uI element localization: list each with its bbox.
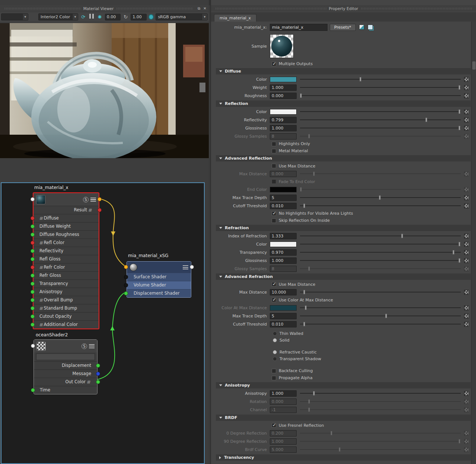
input-port-icon[interactable] xyxy=(124,283,128,287)
refraction-glossiness-map-button[interactable] xyxy=(464,258,469,263)
node-attr-row[interactable]: Refl Gloss xyxy=(33,255,99,263)
thin-walled-radio[interactable] xyxy=(273,332,277,336)
node-attr-row[interactable]: Displacement Shader xyxy=(127,289,191,297)
node-attr-row[interactable]: ⊞Refl Color xyxy=(33,239,99,247)
metal-material-checkbox[interactable] xyxy=(272,149,276,153)
expand-icon[interactable]: ⊞ xyxy=(39,304,42,312)
close-panel-icon[interactable]: ✕ xyxy=(202,6,207,11)
refr-max-trace-depth-map-button[interactable] xyxy=(464,314,469,319)
exposure-field[interactable]: 0.00 xyxy=(105,14,121,20)
anisotropy-slider[interactable] xyxy=(300,391,461,396)
refl-cutoff-threshold-slider[interactable] xyxy=(300,203,461,208)
expand-icon[interactable]: ⊞ xyxy=(39,239,42,247)
input-port-icon[interactable] xyxy=(31,388,35,392)
node-attr-row[interactable]: ⊞Diffuse xyxy=(33,214,99,222)
refl-use-max-distance-checkbox[interactable] xyxy=(272,164,276,168)
no-highlights-checkbox[interactable] xyxy=(272,211,276,216)
slider-handle[interactable] xyxy=(459,109,460,114)
node-attr-row[interactable]: ⊞Additional Color xyxy=(33,320,99,329)
refraction-color-slider[interactable] xyxy=(300,241,461,247)
input-port-icon[interactable] xyxy=(31,241,35,245)
node-header[interactable]: S xyxy=(33,193,99,206)
roughness-slider[interactable] xyxy=(300,93,461,98)
pause-icon[interactable] xyxy=(88,14,95,20)
refl-max-trace-depth-map-button[interactable] xyxy=(464,195,469,200)
node-attr-row[interactable]: ⊞Overall Bump xyxy=(33,296,99,304)
show-in-viewer-icon[interactable] xyxy=(359,25,364,30)
refractive-caustic-radio[interactable] xyxy=(273,350,277,354)
input-port-icon[interactable] xyxy=(31,298,35,302)
tab-mia-material-x[interactable]: mia_material_x xyxy=(214,14,256,22)
backface-culling-checkbox[interactable] xyxy=(272,369,276,373)
slider-handle[interactable] xyxy=(459,258,460,263)
diffuse-color-swatch[interactable] xyxy=(270,77,297,82)
colorspace-select[interactable]: sRGB gamma ▾ xyxy=(156,13,208,20)
refr-use-max-distance-checkbox[interactable] xyxy=(272,282,276,287)
reflection-color-swatch[interactable] xyxy=(270,109,297,115)
input-port-icon[interactable] xyxy=(31,249,35,253)
input-port-icon[interactable] xyxy=(31,323,35,327)
copy-tab-icon[interactable] xyxy=(368,25,373,30)
node-title-mia-material-x[interactable]: mia_material_x xyxy=(34,185,68,190)
slider-handle[interactable] xyxy=(425,118,427,122)
refr-max-distance-map-button[interactable] xyxy=(464,290,469,295)
render-refresh-icon[interactable]: ✺ xyxy=(96,14,103,20)
input-port-icon[interactable] xyxy=(31,273,35,278)
refraction-glossiness-slider[interactable] xyxy=(300,258,461,263)
refr-max-distance-slider[interactable] xyxy=(300,289,461,295)
weight-map-button[interactable] xyxy=(464,85,469,90)
ior-field[interactable]: 1.333 xyxy=(270,233,297,239)
node-name-field[interactable] xyxy=(36,353,95,360)
gamma-field[interactable]: 1.00 xyxy=(131,14,147,20)
refr-max-trace-depth-field[interactable]: 5 xyxy=(270,313,297,319)
section-header-anisotropy[interactable]: Anisotropy xyxy=(216,382,471,388)
refr-cutoff-threshold-field[interactable]: 0.010 xyxy=(270,321,297,327)
input-port-icon[interactable] xyxy=(31,216,35,220)
node-attr-row[interactable]: Displacement xyxy=(34,361,97,369)
use-fresnel-checkbox[interactable] xyxy=(272,423,276,428)
material-viewer-header[interactable]: Material Viewer ⧉ ✕ xyxy=(0,5,209,12)
input-port-icon[interactable] xyxy=(31,197,35,201)
node-editor-canvas[interactable]: mia_material_x S Result ⊞ ⊞Diffuse Diffu… xyxy=(1,182,205,464)
ior-map-button[interactable] xyxy=(464,234,469,239)
refraction-color-swatch[interactable] xyxy=(270,241,297,247)
weight-slider[interactable] xyxy=(300,85,461,90)
swatch-size-bars-icon[interactable] xyxy=(89,344,95,348)
diffuse-color-map-button[interactable] xyxy=(464,77,469,82)
node-attr-row[interactable]: ⊞Standard Bump xyxy=(33,304,99,312)
shape-select[interactable]: ▾ xyxy=(1,13,28,20)
property-editor-header[interactable]: Property Editor xyxy=(211,5,476,12)
reflectivity-slider[interactable] xyxy=(300,117,461,122)
node-attr-row[interactable]: Diffuse Roughness xyxy=(33,230,99,239)
highlights-only-checkbox[interactable] xyxy=(272,142,276,146)
refl-max-trace-depth-field[interactable]: 5 xyxy=(270,195,297,201)
output-port-icon[interactable] xyxy=(190,265,194,269)
swatch-size-bars-icon[interactable] xyxy=(183,265,188,269)
node-attr-row[interactable]: Transparency xyxy=(33,279,99,288)
node-header[interactable]: S xyxy=(34,340,97,352)
input-port-icon[interactable] xyxy=(31,282,35,286)
node-ocean-shader2[interactable]: S Displacement Message Out Color ⊞ Time xyxy=(33,339,98,394)
input-port-icon[interactable] xyxy=(31,257,35,261)
refr-cutoff-threshold-slider[interactable] xyxy=(300,321,461,327)
node-attr-row[interactable]: ⊞Refr Color xyxy=(33,263,99,271)
propagate-alpha-checkbox[interactable] xyxy=(272,376,276,380)
colorspace-indicator-icon[interactable] xyxy=(148,14,154,20)
color-at-max-slider[interactable] xyxy=(300,305,461,310)
material-viewer-viewport[interactable] xyxy=(0,23,209,158)
section-header-brdf[interactable]: BRDF xyxy=(216,415,471,421)
ior-slider[interactable] xyxy=(300,233,461,239)
node-title-ocean-shader[interactable]: oceanShader2 xyxy=(36,332,68,337)
glossiness-slider[interactable] xyxy=(300,125,461,131)
input-port-icon[interactable] xyxy=(31,344,35,348)
anisotropy-field[interactable]: 1.000 xyxy=(270,390,297,397)
swatch-size-bars-icon[interactable] xyxy=(90,198,96,202)
output-port-icon[interactable] xyxy=(98,197,102,201)
presets-button[interactable]: Presets* xyxy=(330,24,356,31)
refl-cutoff-threshold-map-button[interactable] xyxy=(464,204,469,208)
refraction-color-map-button[interactable] xyxy=(464,242,469,247)
expand-icon[interactable]: ⊞ xyxy=(39,263,42,271)
input-port-icon[interactable] xyxy=(31,306,35,310)
turntable-icon[interactable]: ⟳ xyxy=(80,14,86,20)
output-port-icon[interactable] xyxy=(96,364,100,368)
